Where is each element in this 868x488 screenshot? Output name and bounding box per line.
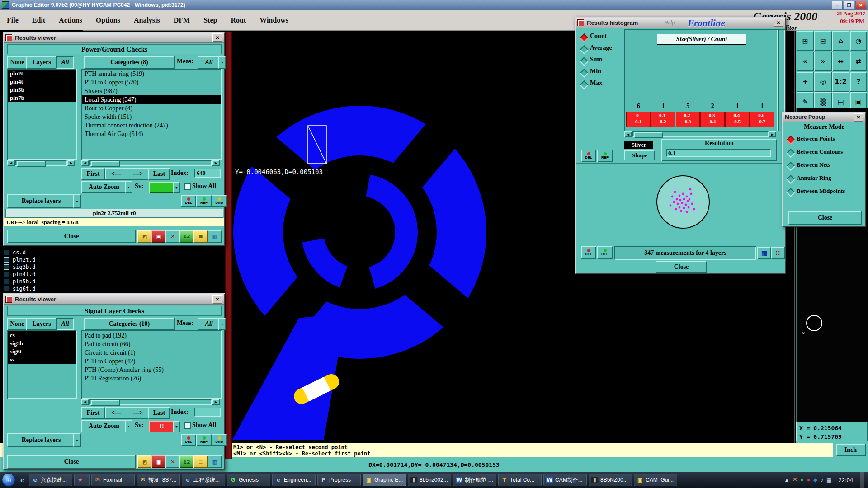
menu-step[interactable]: Step	[197, 16, 224, 24]
sliver-toggle[interactable]: Sliver	[624, 141, 653, 149]
categories-dropdown[interactable]: Categories (8)	[84, 56, 175, 69]
und-button[interactable]: UND	[212, 195, 227, 207]
clock-view-button[interactable]: ◔	[850, 31, 867, 51]
dialog-title-bar[interactable]: Results histogram Help Frontline ✕	[576, 18, 785, 28]
bin-range[interactable]: 0.4-0.5	[725, 112, 750, 127]
taskbar-item[interactable]: ▣CAM_Gui...	[634, 474, 677, 486]
layer-row[interactable]: sig3b.d	[1, 263, 80, 270]
stat-sum-label[interactable]: Sum	[590, 56, 602, 63]
auto-zoom-dropdown[interactable]: Auto Zoom	[81, 181, 127, 193]
close-button[interactable]: ✕	[855, 1, 866, 9]
taskbar-item[interactable]: PProgress	[317, 474, 361, 486]
show-12-button[interactable]: 12	[179, 455, 194, 468]
taskbar-item[interactable]: e兴森快建...	[29, 474, 72, 486]
scroll-trough[interactable]	[15, 160, 67, 166]
del-button[interactable]: DEL	[181, 434, 196, 446]
taskbar-item[interactable]: ✉Foxmail	[91, 474, 135, 486]
filter-layers-button[interactable]: Layers	[26, 318, 57, 330]
maximize-button[interactable]: ❐	[844, 1, 854, 9]
capture-view-button[interactable]: ◩	[137, 230, 152, 243]
menu-dfm[interactable]: DFM	[167, 16, 197, 24]
radio-min[interactable]	[580, 69, 589, 78]
tray-mail-icon[interactable]: ✉	[793, 477, 797, 483]
radio-between-nets[interactable]	[786, 162, 795, 171]
layer-row[interactable]: pln5b.d	[1, 278, 80, 285]
taskbar-item[interactable]: ★	[74, 474, 90, 486]
home-view-button[interactable]: ⌂	[832, 31, 849, 51]
filter-all-button[interactable]: All	[56, 318, 74, 330]
unit-button[interactable]: Inch	[836, 444, 866, 456]
start-button[interactable]: ⊞	[2, 473, 15, 487]
show-desktop-button[interactable]	[860, 472, 864, 488]
taskbar-item[interactable]: TTotal Co...	[498, 474, 542, 486]
show-12-button[interactable]: 12	[179, 230, 194, 243]
bin-range[interactable]: 0.3-0.4	[700, 112, 725, 127]
chevron-down-icon[interactable]: ▼	[218, 318, 226, 330]
zoom-window-button[interactable]: ⊞	[797, 31, 814, 51]
layer-item[interactable]: sig6t	[8, 347, 76, 356]
del-button[interactable]: DEL	[181, 195, 196, 207]
scroll-right-icon[interactable]: ▶	[769, 131, 776, 137]
chevron-down-icon[interactable]: ▼	[173, 421, 180, 432]
layer-item[interactable]: pln2t	[8, 70, 76, 78]
show-all-checkbox[interactable]	[184, 422, 191, 429]
taskbar-item[interactable]: W制作规范 (...	[453, 474, 496, 486]
prev-button[interactable]: <---	[105, 407, 127, 419]
taskbar-item[interactable]: ▮8B5NZ00...	[589, 474, 632, 486]
category-item[interactable]: Pad to pad (192)	[82, 331, 221, 340]
layers-scrollbar[interactable]: ◀ ▶	[7, 160, 75, 166]
menu-edit[interactable]: Edit	[25, 16, 52, 24]
option-between-contours[interactable]: Between Contours	[797, 148, 843, 155]
tray-expand-icon[interactable]: ▲	[784, 477, 789, 483]
category-item-selected[interactable]: Local Spacing (347)	[82, 95, 221, 104]
stat-average-label[interactable]: Average	[590, 44, 612, 52]
swap-layers-button[interactable]: ⇄	[850, 52, 867, 71]
layer-item[interactable]: sig3b	[8, 339, 76, 347]
menu-analysis[interactable]: Analysis	[127, 16, 167, 24]
radio-between-contours[interactable]	[786, 149, 795, 158]
dialog-title-bar[interactable]: Measure Popup ✕	[783, 113, 865, 122]
layer-row[interactable]: pln4t.d	[1, 271, 80, 277]
taskbar-item[interactable]: GGenesis	[227, 474, 270, 486]
layers-list[interactable]: pln2t pln4t pln5b pln7b	[7, 69, 77, 160]
option-annular-ring[interactable]: Annular Ring	[797, 174, 831, 182]
red-view-button[interactable]: ▣	[151, 230, 166, 243]
layer-checkbox[interactable]	[4, 257, 9, 263]
help-button[interactable]: ?	[850, 72, 867, 92]
radio-annular-ring[interactable]	[786, 175, 795, 184]
matrix-view-button[interactable]: ▦	[757, 247, 771, 259]
scroll-left-icon[interactable]: ◀	[81, 160, 89, 166]
categories-list[interactable]: PTH annular ring (519) PTH to Copper (52…	[81, 69, 222, 160]
stat-min-label[interactable]: Min	[590, 68, 601, 75]
category-item[interactable]: Thermal connect reduction (247)	[82, 121, 221, 130]
last-button[interactable]: Last	[148, 168, 170, 180]
severity-swatch[interactable]	[149, 182, 175, 193]
histogram-view-button[interactable]: ▥	[208, 230, 222, 243]
layer-item[interactable]: pln5b	[8, 86, 76, 94]
show-all-checkbox[interactable]	[184, 183, 191, 190]
scroll-left-icon[interactable]: ◀	[7, 160, 15, 166]
stat-max-label[interactable]: Max	[590, 80, 602, 87]
meas-dropdown[interactable]: All	[198, 56, 220, 69]
replace-layers-dropdown[interactable]: Replace layers	[7, 194, 75, 208]
category-item[interactable]: Circuit to circuit (1)	[82, 348, 221, 357]
categories-list[interactable]: Pad to pad (192) Pad to circuit (66) Cir…	[81, 330, 222, 399]
scroll-trough[interactable]	[89, 160, 212, 166]
first-button[interactable]: First	[81, 168, 105, 180]
del-button[interactable]: DEL	[581, 150, 596, 162]
category-item[interactable]: PTH to Copper (520)	[82, 78, 221, 87]
center-target-button[interactable]: ◎	[814, 72, 831, 92]
list-view-button[interactable]: ≡	[193, 455, 208, 468]
category-item[interactable]: PTH (Comp) Annular ring (55)	[82, 366, 221, 374]
category-item[interactable]: PTH to Copper (42)	[82, 357, 221, 366]
layer-row[interactable]: sig6t.d	[1, 285, 80, 292]
replace-layers-dropdown[interactable]: Replace layers	[7, 433, 75, 447]
close-icon[interactable]: ✕	[774, 19, 783, 27]
close-icon[interactable]: ✕	[212, 295, 222, 304]
close-dialog-button[interactable]: Close	[7, 455, 136, 469]
bin-range[interactable]: 0.6-0.7	[750, 112, 774, 127]
zoom-reset-button[interactable]: ⊟	[814, 31, 831, 51]
taskbar-item[interactable]: ▮8b5nz002...	[408, 474, 451, 486]
prev-button[interactable]: <---	[105, 168, 127, 180]
categories-scrollbar[interactable]: ◀ ▶	[81, 399, 220, 405]
